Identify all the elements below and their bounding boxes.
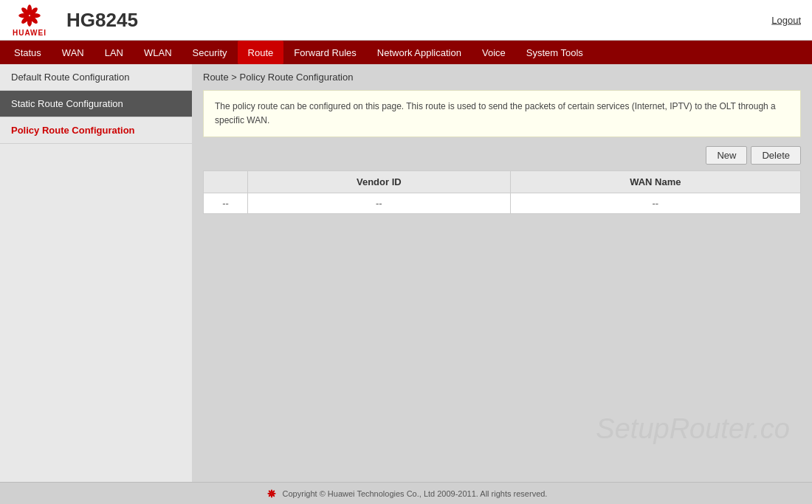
col-wan-name: WAN Name [510, 171, 800, 193]
nav-item-lan[interactable]: LAN [94, 41, 134, 64]
device-name: HG8245 [66, 9, 138, 32]
navbar: StatusWANLANWLANSecurityRouteForward Rul… [0, 41, 812, 64]
content-area: Route > Policy Route Configuration The p… [192, 64, 812, 482]
sidebar-item-static-route-configuration[interactable]: Static Route Configuration [0, 91, 192, 117]
nav-item-wlan[interactable]: WLAN [134, 41, 182, 64]
new-button[interactable]: New [706, 146, 747, 165]
nav-item-security[interactable]: Security [182, 41, 238, 64]
footer-copyright: Copyright © Huawei Technologies Co., Ltd… [283, 489, 548, 498]
info-box: The policy route can be configured on th… [203, 90, 801, 137]
watermark: SetupRouter.co [596, 413, 790, 445]
nav-item-route[interactable]: Route [238, 41, 284, 64]
sidebar: Default Route ConfigurationStatic Route … [0, 64, 192, 482]
nav-item-wan[interactable]: WAN [52, 41, 94, 64]
button-row: New Delete [203, 146, 801, 165]
table-header-row: Vendor ID WAN Name [204, 171, 801, 193]
col-vendor-id: Vendor ID [248, 171, 511, 193]
nav-item-network-application[interactable]: Network Application [367, 41, 472, 64]
logo-area: HUAWEI [11, 3, 48, 37]
brand-label: HUAWEI [13, 29, 47, 37]
policy-route-table: Vendor ID WAN Name ------ [203, 170, 801, 214]
info-text: The policy route can be configured on th… [215, 101, 776, 125]
nav-item-forward-rules[interactable]: Forward Rules [283, 41, 367, 64]
sidebar-item-policy-route-configuration[interactable]: Policy Route Configuration [0, 117, 192, 144]
logout-button[interactable]: Logout [771, 15, 801, 26]
sidebar-item-default-route-configuration[interactable]: Default Route Configuration [0, 64, 192, 91]
footer: Copyright © Huawei Technologies Co., Ltd… [0, 482, 812, 504]
col-checkbox [204, 171, 248, 193]
huawei-logo-icon [11, 3, 48, 29]
delete-button[interactable]: Delete [751, 146, 801, 165]
table-body: ------ [204, 193, 801, 214]
footer-logo-icon [265, 489, 278, 499]
nav-item-system-tools[interactable]: System Tools [516, 41, 593, 64]
nav-item-voice[interactable]: Voice [472, 41, 516, 64]
table-row: ------ [204, 193, 801, 214]
nav-item-status[interactable]: Status [4, 41, 52, 64]
breadcrumb: Route > Policy Route Configuration [203, 72, 801, 83]
